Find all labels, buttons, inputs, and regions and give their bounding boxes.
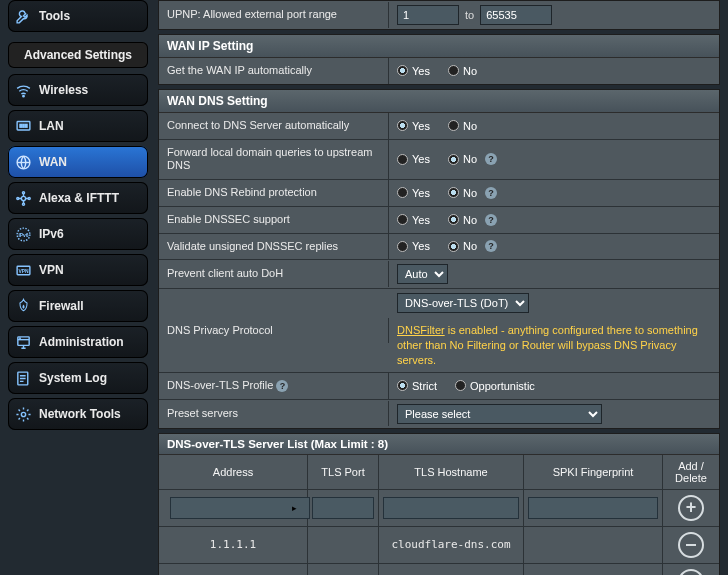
dns-dnssec-no-radio[interactable] [448, 214, 459, 225]
server-address: 1.0.0.1 [159, 564, 308, 575]
main-content: UPNP: Allowed external port range to WAN… [158, 0, 720, 575]
dns-privacy-select[interactable]: DNS-over-TLS (DoT) [397, 293, 529, 313]
delete-server-button[interactable] [678, 532, 704, 558]
ipv6-icon: IPv6 [14, 225, 32, 243]
dns-validate-yes-radio[interactable] [397, 241, 408, 252]
wan-ip-auto-no-radio[interactable] [448, 65, 459, 76]
svg-rect-4 [25, 124, 26, 127]
help-icon[interactable]: ? [276, 380, 288, 392]
dns-validate-no-radio[interactable] [448, 241, 459, 252]
wan-ip-auto-radio-group: YesNo [397, 65, 477, 77]
wan-icon [14, 153, 32, 171]
dot-server-row: 1.1.1.1cloudflare-dns.com [159, 527, 719, 564]
upnp-port-from-input[interactable] [397, 5, 459, 25]
sidebar-item-alexa[interactable]: Alexa & IFTTT [8, 182, 148, 214]
dot-add-spki-input[interactable] [528, 497, 658, 519]
wan-dns-title: WAN DNS Setting [159, 90, 719, 113]
dns-fwd-local-label: Forward local domain queries to upstream… [159, 140, 389, 180]
add-server-button[interactable] [678, 495, 704, 521]
sidebar-item-admin[interactable]: Administration [8, 326, 148, 358]
dns-fwd-no-radio[interactable] [448, 154, 459, 165]
wan-ip-auto-radios: YesNo [389, 61, 719, 81]
dns-validate-radio-group: YesNo? [397, 240, 497, 252]
svg-text:IPv6: IPv6 [18, 232, 28, 237]
dns-rebind-label: Enable DNS Rebind protection [159, 180, 389, 206]
sidebar-item-tools[interactable]: Tools [8, 0, 148, 32]
dns-fwd-radio-group: YesNo? [397, 153, 497, 165]
wan-ip-auto-label: Get the WAN IP automatically [159, 58, 389, 84]
sidebar-item-label: Administration [39, 335, 124, 349]
col-spki: SPKI Fingerprint [524, 455, 663, 489]
dns-validate-label: Validate unsigned DNSSEC replies [159, 234, 389, 260]
dot-profile-label: DNS-over-TLS Profile [167, 379, 273, 391]
server-port [308, 564, 379, 575]
nettools-icon [14, 405, 32, 423]
sidebar-item-label: VPN [39, 263, 64, 277]
sidebar-item-ipv6[interactable]: IPv6IPv6 [8, 218, 148, 250]
sidebar-item-vpn[interactable]: VPNVPN [8, 254, 148, 286]
dot-server-row: 1.0.0.1cloudflare-dns.com [159, 564, 719, 575]
syslog-icon [14, 369, 32, 387]
dns-rebind-no-radio[interactable] [448, 187, 459, 198]
sidebar-item-label: System Log [39, 371, 107, 385]
preset-servers-select[interactable]: Please select [397, 404, 602, 424]
dns-fwd-yes-radio[interactable] [397, 154, 408, 165]
server-spki [524, 564, 663, 575]
svg-text:VPN: VPN [18, 268, 29, 273]
sidebar-item-label: Network Tools [39, 407, 121, 421]
svg-point-16 [19, 337, 20, 338]
help-icon[interactable]: ? [485, 187, 497, 199]
svg-point-0 [22, 95, 23, 96]
sidebar-item-nettools[interactable]: Network Tools [8, 398, 148, 430]
sidebar-item-wan[interactable]: WAN [8, 146, 148, 178]
dnsfilter-link[interactable]: DNSFilter [397, 324, 445, 336]
upnp-port-to-input[interactable] [480, 5, 552, 25]
sidebar-item-label: IPv6 [39, 227, 64, 241]
dns-rebind-yes-radio[interactable] [397, 187, 408, 198]
col-address: Address [159, 455, 308, 489]
profile-strict-radio[interactable] [397, 380, 408, 391]
dot-add-port-input[interactable] [312, 497, 374, 519]
col-port: TLS Port [308, 455, 379, 489]
prevent-doh-select[interactable]: Auto [397, 264, 448, 284]
svg-point-6 [21, 196, 25, 200]
dns-dnssec-yes-radio[interactable] [397, 214, 408, 225]
preset-servers-label: Preset servers [159, 401, 389, 427]
wireless-icon [14, 81, 32, 99]
dns-rebind-radio-group: YesNo? [397, 187, 497, 199]
vpn-icon: VPN [14, 261, 32, 279]
server-spki [524, 527, 663, 563]
profile-opportunistic-radio[interactable] [455, 380, 466, 391]
sidebar-item-label: WAN [39, 155, 67, 169]
dns-connect-yes-radio[interactable] [397, 120, 408, 131]
upnp-panel: UPNP: Allowed external port range to [158, 0, 720, 30]
upnp-port-range-label: UPNP: Allowed external port range [159, 2, 389, 28]
help-icon[interactable]: ? [485, 214, 497, 226]
server-address: 1.1.1.1 [159, 527, 308, 563]
firewall-icon [14, 297, 32, 315]
dropdown-icon[interactable]: ▸ [292, 503, 297, 513]
sidebar-item-wireless[interactable]: Wireless [8, 74, 148, 106]
dns-privacy-label: DNS Privacy Protocol [159, 318, 389, 344]
wan-ip-auto-yes-radio[interactable] [397, 65, 408, 76]
sidebar-item-label: Tools [39, 9, 70, 23]
sidebar-item-label: Firewall [39, 299, 84, 313]
alexa-icon [14, 189, 32, 207]
dot-server-list: DNS-over-TLS Server List (Max Limit : 8)… [158, 433, 720, 575]
sidebar-item-lan[interactable]: LAN [8, 110, 148, 142]
dns-connect-no-radio[interactable] [448, 120, 459, 131]
lan-icon [14, 117, 32, 135]
sidebar-item-syslog[interactable]: System Log [8, 362, 148, 394]
server-port [308, 527, 379, 563]
dns-connect-label: Connect to DNS Server automatically [159, 113, 389, 139]
dot-add-host-input[interactable] [383, 497, 519, 519]
sidebar-item-firewall[interactable]: Firewall [8, 290, 148, 322]
help-icon[interactable]: ? [485, 240, 497, 252]
dns-privacy-notice: DNSFilter is enabled - anything configur… [397, 323, 711, 368]
help-icon[interactable]: ? [485, 153, 497, 165]
sidebar-item-label: LAN [39, 119, 64, 133]
prevent-doh-label: Prevent client auto DoH [159, 261, 389, 287]
col-host: TLS Hostname [379, 455, 524, 489]
delete-server-button[interactable] [678, 569, 704, 575]
dot-add-address-input[interactable] [170, 497, 310, 519]
